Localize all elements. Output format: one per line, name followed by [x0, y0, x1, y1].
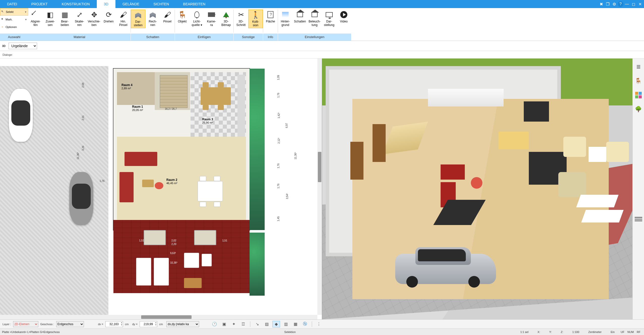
btn-zuweisen[interactable]: ◧Zuwei- sen — [43, 10, 57, 28]
view-2d[interactable]: 11,36⁵ 2,68 2,01 3,26 6,70 1,76 Raum 4 2… — [0, 59, 322, 319]
auswahl-mark[interactable]: ✶ Mark.▾ — [0, 16, 28, 23]
btn-3d-bitmap[interactable]: 3D- Bitmap — [219, 10, 233, 28]
btn-skalieren[interactable]: ⤢Skalie- ren — [72, 10, 87, 28]
furniture-icon[interactable]: 🪑 — [635, 77, 642, 85]
scrollbar-vertical[interactable] — [317, 59, 322, 315]
maximize-icon[interactable]: ◻ — [630, 1, 636, 7]
chair — [203, 105, 209, 110]
btn-video[interactable]: Video — [336, 10, 351, 24]
menu-tab-sichten[interactable]: SICHTEN — [146, 0, 176, 8]
auswahl-optionen[interactable]: ＋ Optionen — [0, 23, 28, 31]
btn-kollision[interactable]: 🚶Kolli- sion — [248, 10, 263, 28]
settings-icon[interactable]: ⚙ — [611, 1, 617, 7]
coord-mode-select[interactable]: dx,dy (relativ ka — [166, 321, 199, 327]
patio-chair — [202, 254, 212, 266]
view-3d[interactable]: ≣ 🪑 🌳 — [322, 59, 644, 319]
svg-rect-2 — [635, 95, 638, 98]
btn-beleuchtung[interactable]: Beleuch- tung — [307, 10, 322, 28]
house-light-icon — [312, 12, 318, 17]
mode-label: 3D — [2, 44, 6, 47]
swatch-icon — [635, 92, 642, 98]
tree-sidebar-icon[interactable]: 🌳 — [635, 105, 642, 113]
menu-tab-3d[interactable]: 3D — [97, 0, 115, 8]
dy-input[interactable] — [140, 321, 157, 327]
btn-3d-schnitt[interactable]: ✂3D- Schnitt — [234, 10, 248, 28]
close-icon[interactable]: ✕ — [637, 1, 643, 7]
btn-abgreifen[interactable]: Abgrei- fen — [28, 10, 43, 28]
origin-icon[interactable]: Ⓝ — [301, 321, 309, 327]
btn-drehen[interactable]: ⟳Drehen — [101, 10, 116, 24]
bench — [184, 278, 202, 288]
tree-icon — [223, 9, 229, 17]
btn-flaeche[interactable]: Fläche — [263, 10, 278, 24]
menu-tab-bearbeiten[interactable]: BEARBEITEN — [176, 0, 212, 8]
beach-chair-1 — [144, 230, 166, 245]
status-x: X: — [533, 330, 545, 333]
mark-icon: ✶ — [1, 17, 5, 21]
dim-l5: 1,76 — [100, 180, 104, 182]
status-unit: Zentimeter — [584, 330, 606, 333]
ribbon-group-einstellungen: Hinter- grund Schatten Beleuch- tung Dar… — [278, 8, 351, 41]
patio-table-3d — [589, 147, 606, 162]
dx-input[interactable] — [105, 321, 123, 327]
snap-plane-icon[interactable]: ◆ — [272, 321, 280, 327]
sidebar-grip[interactable] — [635, 217, 642, 222]
btn-hinpinsel[interactable]: 🖌Hin. Pinsel — [116, 10, 131, 28]
car-3d — [395, 246, 496, 289]
sofa-3d-1 — [441, 164, 465, 180]
btn-verschieben[interactable]: ✥Verschie- ben — [87, 10, 101, 28]
btn-darstellen[interactable]: Dar- stellen — [131, 10, 145, 28]
context-bar: 3D Urgelände — [0, 41, 644, 51]
materials-icon[interactable] — [635, 91, 642, 99]
render-icon[interactable]: ✦ — [230, 321, 237, 327]
tools-icon[interactable]: ✖ — [598, 1, 604, 7]
menu-tab-projekt[interactable]: PROJEKT — [24, 0, 55, 8]
snap-edge-icon[interactable]: ▥ — [282, 321, 290, 327]
scroll-thumb-v[interactable] — [318, 152, 321, 182]
btn-hintergrund[interactable]: Hinter- grund — [278, 10, 293, 28]
btn-rechnen[interactable]: Rech- nen — [145, 10, 160, 28]
scrollbar-horizontal[interactable] — [0, 315, 317, 319]
btn-schatten2[interactable]: Schatten — [293, 10, 307, 24]
snap-mid-icon[interactable]: ▨ — [263, 321, 270, 327]
grid-icon[interactable]: ▦ — [292, 321, 299, 327]
auswahl-selekt[interactable]: ↖ Selekt▾ — [0, 8, 28, 16]
layer-select[interactable]: 2D-Elemen — [13, 321, 38, 327]
btn-pinsel[interactable]: 🖌Pinsel — [160, 10, 175, 24]
btn-objekt[interactable]: 🪑Objekt — [175, 10, 190, 24]
scissor-icon: ✂ — [236, 10, 246, 20]
window-icon[interactable]: ❐ — [605, 1, 611, 7]
status-scale: 1:100 — [568, 330, 584, 333]
hedge-right — [250, 69, 265, 230]
snapshot-icon[interactable]: ▣ — [220, 321, 228, 327]
dy-label: dy = — [132, 323, 137, 326]
dim-t2: 2,20 — [171, 243, 176, 245]
history-icon[interactable]: 🕑 — [211, 321, 218, 327]
help-icon[interactable]: ? — [618, 1, 623, 7]
layers2-icon[interactable]: ☲ — [239, 321, 247, 327]
btn-darstellung[interactable]: Dar- stellung — [322, 10, 336, 28]
house-outline: Raum 4 2,89 m² Raum 1 20,05 m² 16,2 / 26… — [113, 69, 250, 230]
menu-tab-konstruktion[interactable]: KONSTRUKTION — [55, 0, 97, 8]
terrain-select[interactable]: Urgelände — [9, 43, 37, 49]
scroll-thumb-h[interactable] — [141, 315, 192, 319]
ribbon-group-material: Abgrei- fen ◧Zuwei- sen ▦Bear- beiten ⤢S… — [28, 8, 131, 41]
btn-lichtquelle[interactable]: Licht- quelle ▾ — [190, 10, 204, 28]
layers-icon[interactable]: ≣ — [635, 63, 642, 71]
status-selektion: Selektion — [280, 330, 300, 333]
more-icon[interactable]: ⋮ — [315, 321, 323, 327]
patio-chair-3d — [563, 137, 586, 157]
menu-tab-gelaende[interactable]: GELÄNDE — [115, 0, 146, 8]
menu-tab-datei[interactable]: DATEI — [0, 0, 24, 8]
btn-bearbeiten[interactable]: ▦Bear- beiten — [57, 10, 72, 28]
btn-kamera[interactable]: Kame- ra — [204, 10, 219, 28]
dim-r1: 1,76 — [277, 93, 280, 98]
cursor-icon: ↖ — [1, 10, 5, 14]
ribbon-group-schatten: Dar- stellen Rech- nen 🖌Pinsel Schatten — [131, 8, 175, 41]
geschoss-select[interactable]: Erdgeschos — [56, 321, 84, 327]
snap-endpoint-icon[interactable]: ↘ — [253, 321, 261, 327]
car-grey — [69, 172, 93, 225]
dx-label: dx = — [98, 323, 103, 326]
minimize-icon[interactable]: — — [624, 1, 630, 7]
group-label-auswahl: Auswahl — [0, 34, 28, 41]
